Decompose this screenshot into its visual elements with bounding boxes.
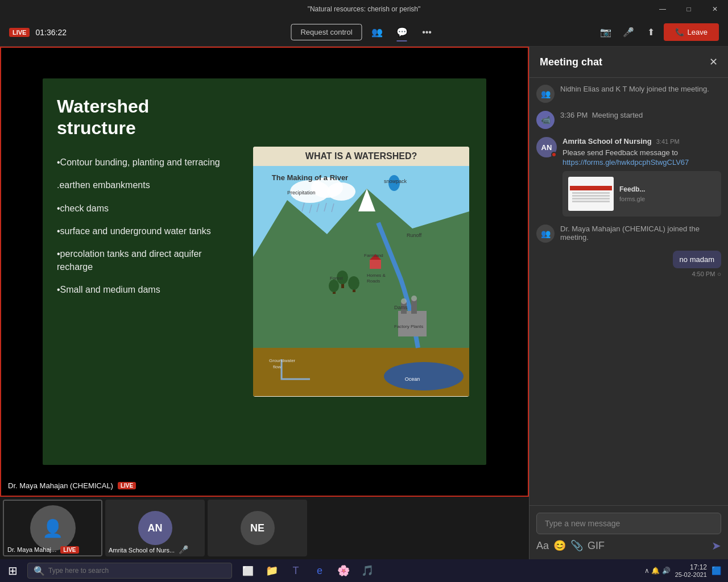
watershed-svg: The Making of a River Precipitation snow… [253,166,469,396]
task-view-button[interactable]: ⬜ [237,559,259,582]
main-video-view: Watershed structure •Contour bunding, pl… [0,47,529,497]
preview-image [568,177,614,211]
toolbar-center-controls: Request control 👥 💬 ••• [291,22,437,43]
maximize-button[interactable]: □ [676,0,702,18]
chat-close-button[interactable]: ✕ [709,56,718,68]
system-message-maya-joined: 👥 Dr. Maya Mahajan (CHEMICAL) joined the… [536,225,721,243]
msg-link-amrita[interactable]: https://forms.gle/hwkdpcphStwgCLV67 [562,158,721,167]
svg-point-17 [401,298,407,304]
task-view-icon: ⬜ [242,566,254,576]
online-indicator [551,152,557,157]
taskbar-right: ∧ 🔔 🔊 17:12 25-02-2021 🟦 [644,563,728,578]
slide-inner: Watershed structure •Contour bunding, pl… [43,78,486,465]
slide-bullet-1: •Contour bunding, planting and terracing [57,156,222,169]
leave-button[interactable]: 📞 Leave [664,23,719,41]
system-message-joined: 👥 Nidhin Elias and K T Moly joined the m… [536,85,721,103]
video-thumb-ne[interactable]: NE [208,500,307,556]
svg-point-24 [348,276,359,290]
video-thumb-label-1: Dr. Maya Mahaj... LIVE [7,546,79,553]
video-thumb-an[interactable]: AN Amrita School of Nurs... 🎤 [105,500,205,556]
request-control-button[interactable]: Request control [291,24,362,40]
svg-rect-16 [411,300,417,314]
app5-button[interactable]: 🌸 [332,559,355,582]
message-input[interactable]: Type a new message [536,513,721,534]
search-input[interactable] [48,567,226,575]
share-button[interactable]: ⬆ [641,22,661,43]
camera-button[interactable]: 📷 [595,22,616,43]
svg-text:Farmland: Farmland [364,253,383,258]
link-preview-amrita[interactable]: Feedb... forms.gle [562,171,721,217]
chat-messages: 👥 Nidhin Elias and K T Moly joined the m… [530,78,728,505]
app6-icon: 🎵 [361,564,374,577]
diagram-title: WHAT IS A WATERSHED? [253,147,469,166]
checkmark-icon: ○ [717,271,721,277]
phone-icon: 📞 [675,28,684,36]
format-icon[interactable]: Aa [536,540,549,552]
participants-button[interactable]: 👥 [367,22,387,43]
svg-text:Factory Plants: Factory Plants [394,324,423,329]
svg-point-26 [329,280,339,292]
share-icon: ⬆ [647,27,655,38]
video-thumb-label-2: Amrita School of Nurs... 🎤 [109,545,188,554]
slide-bullet-2: .earthen embankments [57,179,222,192]
clock: 17:12 25-02-2021 [675,563,707,578]
slide-bullet-4: •surface and underground water tanks [57,225,222,238]
taskbar-apps: ⬜ 📁 T e 🌸 🎵 [237,559,379,582]
svg-text:Groundwater: Groundwater [269,358,296,363]
teams-button[interactable]: T [284,559,307,582]
msg-text-amrita: Please send Feedback message to [562,148,721,158]
notification-icon[interactable]: 🟦 [712,566,721,575]
presenter-label: Dr. Maya Mahajan (CHEMICAL) LIVE [8,481,136,490]
system-maya-icon: 👥 [536,225,555,243]
close-button[interactable]: ✕ [702,0,728,18]
camera-icon: 📷 [600,27,611,38]
taskbar-search[interactable]: 🔍 [27,563,232,579]
slide-content: Watershed structure •Contour bunding, pl… [1,48,528,496]
send-button[interactable]: ➤ [712,539,721,552]
window-title: "Natural resources: cherish or perish" [308,5,421,13]
svg-text:flow: flow [273,364,281,369]
emoji-icon[interactable]: 😊 [553,539,566,552]
avatar-an: AN [138,511,172,545]
chat-title: Meeting chat [540,56,602,68]
chat-input-toolbar: Aa 😊 📎 GIF ➤ [536,539,721,552]
chat-button[interactable]: 💬 [392,22,412,43]
msg-sender-amrita: Amrita School of Nursing 3:41 PM [562,137,721,146]
app5-icon: 🌸 [337,564,350,577]
preview-text: Feedb... forms.gle [619,185,715,202]
system-joined-text: Nidhin Elias and K T Moly joined the mee… [560,85,709,93]
video-strip: 👤 Dr. Maya Mahaj... LIVE AN Amrita Schoo… [0,497,529,559]
svg-text:snowpack: snowpack [384,178,407,184]
video-thumb-maya[interactable]: 👤 Dr. Maya Mahaj... LIVE [3,500,102,556]
edge-button[interactable]: e [308,559,331,582]
more-options-button[interactable]: ••• [417,22,437,43]
chat-input-area: Type a new message Aa 😊 📎 GIF ➤ [530,505,728,559]
chat-panel: Meeting chat ✕ 👥 Nidhin Elias and K T Mo… [529,47,728,559]
mute-button[interactable]: 🎤 [618,22,639,43]
toolbar-right-controls: 📷 🎤 ⬆ 📞 Leave [595,22,719,43]
attach-icon[interactable]: 📎 [570,539,583,552]
meeting-timer: 01:36:22 [35,28,67,37]
people-icon: 👥 [371,27,383,38]
meeting-toolbar: LIVE 01:36:22 Request control 👥 💬 ••• 📷 … [0,18,728,47]
presenter-live-badge: LIVE [118,482,136,489]
file-explorer-button[interactable]: 📁 [260,559,283,582]
svg-text:The Making of a River: The Making of a River [272,173,348,182]
svg-text:Roads: Roads [367,278,380,284]
app6-button[interactable]: 🎵 [356,559,379,582]
edge-icon: e [317,565,322,577]
minimize-button[interactable]: — [650,0,676,18]
gif-icon[interactable]: GIF [588,540,605,552]
sent-bubble: no madam [673,251,721,268]
video-area: Watershed structure •Contour bunding, pl… [0,47,529,559]
start-button[interactable]: ⊞ [0,559,25,582]
svg-text:Runoff: Runoff [407,232,422,238]
system-maya-text: Dr. Maya Mahajan (CHEMICAL) joined the m… [560,225,721,242]
svg-point-4 [384,362,464,390]
system-people-icon: 👥 [536,85,555,103]
slide-left: Watershed structure •Contour bunding, pl… [43,78,236,465]
system-video-icon: 📹 [536,111,555,129]
avatar-ne: NE [241,511,275,545]
watershed-diagram: WHAT IS A WATERSHED? [253,147,469,397]
svg-point-18 [411,296,417,301]
